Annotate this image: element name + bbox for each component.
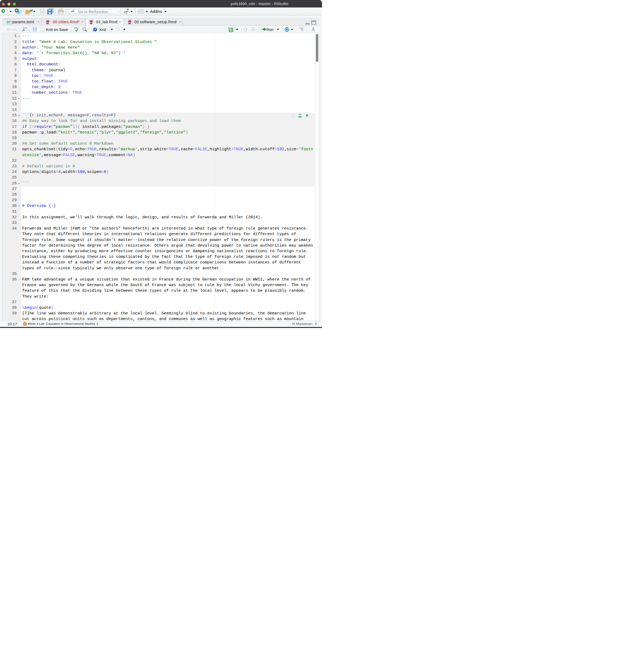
svg-text:Rmd: Rmd <box>128 21 131 23</box>
svg-text:TOML: TOML <box>6 21 11 23</box>
svg-text:C: C <box>230 28 232 32</box>
svg-text:Rmd: Rmd <box>46 21 49 23</box>
svg-text:ABC: ABC <box>74 27 79 30</box>
svg-text:#: # <box>24 322 26 325</box>
svg-text:G: G <box>124 10 128 15</box>
svg-text:Rmd: Rmd <box>89 21 93 23</box>
